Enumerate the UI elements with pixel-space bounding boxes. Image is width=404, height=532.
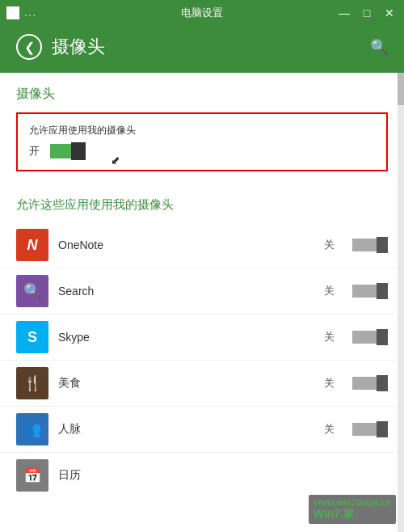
list-item: 🔍 Search 关 (0, 268, 404, 315)
search-toggle[interactable] (352, 283, 388, 299)
skype-icon: S (16, 321, 48, 353)
list-item: N OneNote 关 (0, 222, 404, 268)
minimize-button[interactable]: — (336, 5, 352, 21)
scrollbar-thumb[interactable] (398, 73, 404, 105)
restore-button[interactable]: □ (359, 5, 375, 21)
list-item: S Skype 关 (0, 315, 404, 361)
diary-icon: 📅 (16, 459, 48, 492)
toggle-thumb (71, 142, 86, 160)
food-toggle[interactable] (352, 375, 388, 391)
toggle-track (352, 285, 378, 298)
toggle-thumb (377, 329, 388, 345)
onenote-toggle[interactable] (352, 237, 388, 253)
list-item: 📅 日历 (0, 453, 404, 498)
main-content: 摄像头 允许应用使用我的摄像头 开 ← ⬋ 允许这些应用使用我的摄像头 N On… (0, 73, 404, 532)
apps-section: 允许这些应用使用我的摄像头 (0, 191, 404, 222)
scrollbar-track[interactable] (398, 73, 404, 532)
window-controls: — □ ✕ (336, 5, 398, 21)
search-icon[interactable]: 🔍 (370, 38, 388, 56)
toggle-thumb (377, 375, 388, 391)
back-button[interactable]: ❮ (16, 34, 42, 60)
app-name: 人脉 (58, 422, 314, 437)
close-button[interactable]: ✕ (381, 5, 398, 21)
title-bar: ... 电脑设置 — □ ✕ (0, 0, 404, 26)
title-bar-left: ... (6, 6, 37, 19)
toggle-track (352, 377, 378, 390)
apps-section-title: 允许这些应用使用我的摄像头 (16, 197, 388, 213)
window-title: 电脑设置 (181, 6, 223, 20)
onenote-icon: N (16, 229, 48, 261)
toggle-row: 开 (29, 142, 375, 160)
watermark-prefix: www.win7zhijia.cn (314, 497, 391, 507)
app-name: Search (58, 285, 314, 298)
app-status: 关 (324, 422, 335, 437)
page-header: ❮ 摄像头 🔍 (0, 26, 404, 73)
camera-toggle[interactable] (50, 142, 94, 160)
app-status: 关 (324, 238, 335, 252)
watermark: www.win7zhijia.cn Win7.家 (309, 495, 396, 524)
skype-toggle[interactable] (352, 329, 388, 345)
search-app-icon: 🔍 (16, 275, 48, 307)
toggle-thumb (377, 421, 388, 437)
page-title: 摄像头 (52, 35, 360, 59)
app-name: 日历 (58, 468, 388, 483)
toggle-state-label: 开 (29, 144, 42, 158)
windows-icon (6, 6, 19, 19)
watermark-brand: Win7. (314, 507, 343, 520)
title-bar-dots: ... (24, 7, 37, 19)
food-icon: 🍴 (16, 367, 48, 399)
back-icon: ❮ (24, 40, 35, 55)
toggle-thumb (377, 283, 388, 299)
toggle-thumb (377, 237, 388, 253)
app-status: 关 (324, 284, 335, 298)
toggle-label: 允许应用使用我的摄像头 (29, 124, 375, 137)
contacts-icon: 👥 (16, 413, 48, 445)
toggle-track (352, 239, 378, 251)
main-toggle-card: 允许应用使用我的摄像头 开 ← ⬋ (16, 112, 388, 171)
app-status: 关 (324, 330, 335, 344)
list-item: 👥 人脉 关 (0, 407, 404, 453)
camera-section: 摄像头 允许应用使用我的摄像头 开 ← ⬋ (0, 73, 404, 191)
app-name: Skype (58, 331, 314, 344)
app-name: OneNote (58, 239, 314, 251)
app-name: 美食 (58, 376, 314, 391)
list-item: 🍴 美食 关 (0, 361, 404, 407)
contacts-toggle[interactable] (352, 421, 388, 437)
toggle-track (352, 423, 378, 436)
camera-section-title: 摄像头 (16, 86, 388, 103)
app-status: 关 (324, 376, 335, 391)
toggle-track (352, 331, 378, 344)
app-list: N OneNote 关 🔍 Search 关 S Skype 关 (0, 222, 404, 498)
watermark-suffix: 家 (343, 508, 354, 520)
